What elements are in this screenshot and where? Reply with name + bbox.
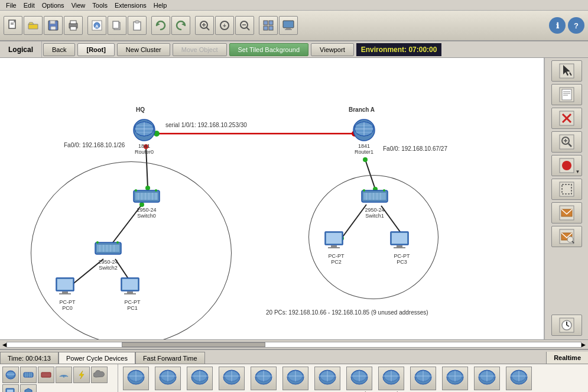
fa-hq-label: Fa0/0: 192.168.10.1/26	[64, 142, 125, 148]
menu-extensions[interactable]: Extensions	[111, 2, 150, 9]
viewport-button[interactable]: Viewport	[311, 43, 354, 56]
select-tool-button[interactable]	[551, 60, 582, 82]
grid-button[interactable]	[259, 16, 278, 35]
fast-forward-tab[interactable]: Fast Forward Time	[135, 352, 205, 364]
menu-tools[interactable]: Tools	[89, 2, 111, 9]
scroll-track[interactable]	[7, 342, 581, 348]
new-cluster-button[interactable]: New Cluster	[117, 43, 170, 56]
note-tool-button[interactable]	[551, 84, 582, 105]
device-panel: Time: 00:04:13 Power Cycle Devices Fast …	[0, 349, 588, 392]
svg-point-129	[562, 161, 571, 170]
device-item-11[interactable]: 2621XM	[472, 367, 502, 392]
svg-marker-152	[79, 371, 84, 379]
inspect-button[interactable]	[551, 226, 582, 247]
router0-label: Router0	[135, 149, 154, 155]
menu-help[interactable]: Help	[150, 2, 171, 9]
move-object-button[interactable]: Move Object	[173, 43, 227, 56]
undo-button[interactable]	[151, 16, 170, 35]
scroll-left-arrow[interactable]: ◀	[2, 342, 7, 348]
nav-toolbar: Logical Back [Root] New Cluster Move Obj…	[0, 41, 588, 58]
serial-link-label: serial 1/0/1: 192.168.10.253/30	[165, 122, 247, 128]
cloud-category[interactable]	[91, 367, 108, 383]
realtime-button[interactable]: Realtime	[546, 352, 588, 364]
device-item-8[interactable]: Generic	[376, 367, 407, 392]
device-icon-5	[282, 367, 308, 390]
hq-boundary	[31, 161, 232, 339]
device-item-1[interactable]: 2901	[152, 367, 183, 392]
help-button[interactable]: ?	[568, 17, 584, 34]
menu-file[interactable]: File	[2, 2, 20, 9]
horizontal-scrollbar[interactable]: ◀ ▶	[0, 339, 588, 349]
time-display: Time: 00:04:13	[0, 352, 59, 364]
activity-wizard-button[interactable]: A	[87, 16, 106, 35]
switches-category[interactable]	[20, 367, 37, 383]
device-item-6[interactable]: 1240	[312, 367, 343, 392]
network-canvas[interactable]: HQ serial 1/0/1: 192.168.10.253/30 Branc…	[0, 58, 544, 339]
device-item-4[interactable]: 819HGW	[248, 367, 279, 392]
wan-category[interactable]	[73, 367, 90, 383]
clock-button[interactable]	[551, 315, 582, 336]
print-button[interactable]	[64, 16, 83, 35]
router0-node[interactable]: 1841 Router0	[131, 117, 157, 155]
routers-category[interactable]	[2, 367, 19, 383]
set-tiled-bg-button[interactable]: Set Tiled Background	[229, 43, 309, 56]
hubs-category[interactable]	[38, 367, 54, 383]
device-item-5[interactable]: 829	[280, 367, 311, 392]
root-button[interactable]: [Root]	[77, 43, 114, 56]
save-button[interactable]	[44, 16, 63, 35]
menu-edit[interactable]: Edit	[20, 2, 38, 9]
custom1-button[interactable]: +	[215, 16, 234, 35]
svg-point-48	[363, 157, 368, 162]
device-item-2[interactable]: 2911	[184, 367, 215, 392]
open-button[interactable]	[24, 16, 43, 35]
router1-node[interactable]: 1841 Router1	[351, 117, 377, 155]
router1-label: Router1	[355, 149, 373, 155]
svg-rect-28	[269, 21, 273, 25]
copy-button[interactable]	[108, 16, 126, 35]
svg-rect-150	[41, 372, 51, 377]
end-devices-category[interactable]	[2, 384, 19, 392]
svg-rect-29	[264, 26, 268, 30]
device-categories	[0, 364, 118, 392]
svg-marker-17	[181, 22, 185, 26]
scroll-thumb[interactable]	[122, 342, 265, 347]
device-icon-4	[251, 367, 277, 390]
add-complex-pdu-button[interactable]	[551, 179, 582, 200]
delete-tool-button[interactable]	[551, 108, 582, 129]
menu-view[interactable]: View	[68, 2, 89, 9]
svg-rect-7	[70, 21, 76, 24]
device-icon-2	[187, 367, 213, 390]
magnify-tool-button[interactable]	[551, 131, 582, 153]
device-item-7[interactable]: Generic	[344, 367, 375, 392]
menu-options[interactable]: Options	[38, 2, 68, 9]
add-simple-pdu-button[interactable]: ▼	[551, 155, 582, 176]
svg-line-19	[207, 28, 210, 31]
svg-text:+: +	[223, 22, 226, 29]
security-category[interactable]	[20, 384, 37, 392]
branch-info-text: 20 PCs: 192.168.10.66 - 192.168.10.85 (9…	[266, 309, 428, 316]
send-email-button[interactable]	[551, 202, 582, 223]
svg-text:A: A	[95, 24, 99, 29]
scroll-right-arrow[interactable]: ▶	[581, 342, 586, 348]
logical-tab[interactable]: Logical	[0, 41, 42, 57]
svg-rect-154	[7, 390, 13, 392]
svg-line-25	[247, 28, 250, 31]
device-icon-6	[314, 367, 340, 390]
info-button[interactable]: ℹ	[549, 17, 566, 34]
device-item-10[interactable]: 2620XM	[440, 367, 470, 392]
monitor-button[interactable]	[279, 16, 298, 35]
zoom-out-button[interactable]	[235, 16, 254, 35]
zoom-in-button[interactable]	[195, 16, 214, 35]
power-cycle-tab[interactable]: Power Cycle Devices	[59, 352, 135, 364]
new-button[interactable]	[4, 16, 22, 35]
back-button[interactable]: Back	[43, 43, 75, 56]
paste-button[interactable]	[128, 16, 147, 35]
svg-rect-31	[283, 21, 294, 28]
redo-button[interactable]	[171, 16, 190, 35]
device-item-3[interactable]: 819IOX	[216, 367, 247, 392]
device-item-9[interactable]: 1881	[408, 367, 438, 392]
environment-display: Environment: 07:00:00	[356, 43, 442, 56]
wireless-category[interactable]	[56, 367, 72, 383]
device-item-12[interactable]: 2811	[503, 367, 534, 392]
device-item-0[interactable]: 1941	[121, 367, 151, 392]
